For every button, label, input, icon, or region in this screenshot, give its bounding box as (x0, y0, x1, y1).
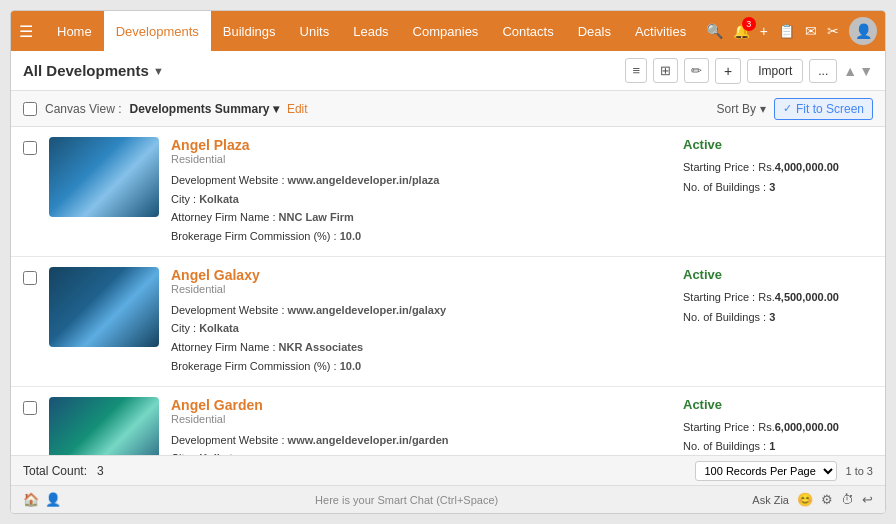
status-badge-angel-galaxy: Active (683, 267, 873, 282)
sub-header-actions: ≡ ⊞ ✏ + Import ... ▲ ▼ (625, 58, 873, 84)
home-bottom-icon[interactable]: 🏠 (23, 492, 39, 507)
add-icon[interactable]: + (760, 23, 768, 39)
undo-bottom-icon[interactable]: ↩ (862, 492, 873, 507)
toolbar-right: Sort By ▾ ✓ Fit to Screen (717, 98, 873, 120)
card-checkbox-angel-plaza (23, 137, 37, 246)
card-content-angel-plaza: Angel Plaza Residential Development Webs… (171, 137, 661, 246)
status-detail-angel-plaza: Starting Price : Rs.4,000,000.00 No. of … (683, 158, 873, 198)
ask-zia-label[interactable]: Ask Zia (752, 494, 789, 506)
cards-area: Angel Plaza Residential Development Webs… (11, 127, 885, 455)
card-image-angel-galaxy (49, 267, 159, 347)
calendar-icon[interactable]: 📋 (778, 23, 795, 39)
page-up-btn[interactable]: ▲ (843, 63, 857, 79)
nav-item-activities[interactable]: Activities (623, 11, 698, 51)
emoji-icon[interactable]: 😊 (797, 492, 813, 507)
card-checkbox-angel-galaxy (23, 267, 37, 376)
page-title: All Developments (23, 62, 149, 79)
card-detail-angel-galaxy: Development Website : www.angeldeveloper… (171, 301, 661, 376)
avatar[interactable]: 👤 (849, 17, 877, 45)
bottom-icons: 🏠 👤 (23, 492, 61, 507)
nav-items: Home Developments Buildings Units Leads … (45, 11, 706, 51)
sort-by-icon: ▾ (760, 102, 766, 116)
card-image-angel-garden (49, 397, 159, 456)
footer-right: 100 Records Per Page 50 Records Per Page… (695, 461, 873, 481)
sort-by-button[interactable]: Sort By ▾ (717, 102, 766, 116)
nav-right: 🔍 🔔 3 + 📋 ✉ ✂ 👤 (706, 17, 877, 45)
menu-icon[interactable]: ☰ (19, 22, 33, 41)
card-content-angel-galaxy: Angel Galaxy Residential Development Web… (171, 267, 661, 376)
notification-badge: 3 (742, 17, 756, 31)
import-button[interactable]: Import (747, 59, 803, 83)
footer: Total Count: 3 100 Records Per Page 50 R… (11, 455, 885, 485)
card-select-angel-garden[interactable] (23, 401, 37, 415)
total-count-value: 3 (97, 464, 104, 478)
canvas-select-button[interactable]: Developments Summary ▾ (129, 102, 278, 116)
pagination-label: 1 to 3 (845, 465, 873, 477)
more-button[interactable]: ... (809, 59, 837, 83)
add-button[interactable]: + (715, 58, 741, 84)
development-card-angel-galaxy: Angel Galaxy Residential Development Web… (11, 257, 885, 387)
status-detail-angel-galaxy: Starting Price : Rs.4,500,000.00 No. of … (683, 288, 873, 328)
card-type-angel-garden: Residential (171, 413, 661, 425)
nav-item-units[interactable]: Units (288, 11, 342, 51)
toolbar: Canvas View : Developments Summary ▾ Edi… (11, 91, 885, 127)
nav-item-leads[interactable]: Leads (341, 11, 400, 51)
development-card-angel-garden: Angel Garden Residential Development Web… (11, 387, 885, 456)
edit-link[interactable]: Edit (287, 102, 308, 116)
bottom-bar: 🏠 👤 Here is your Smart Chat (Ctrl+Space)… (11, 485, 885, 513)
user-bottom-icon[interactable]: 👤 (45, 492, 61, 507)
top-nav: ☰ Home Developments Buildings Units Lead… (11, 11, 885, 51)
card-type-angel-plaza: Residential (171, 153, 661, 165)
total-count-label: Total Count: (23, 464, 87, 478)
records-per-page-select[interactable]: 100 Records Per Page 50 Records Per Page… (695, 461, 837, 481)
status-badge-angel-plaza: Active (683, 137, 873, 152)
fit-check-icon: ✓ (783, 102, 792, 115)
page-down-btn[interactable]: ▼ (859, 63, 873, 79)
card-checkbox-angel-garden (23, 397, 37, 456)
nav-item-developments[interactable]: Developments (104, 11, 211, 51)
status-detail-angel-garden: Starting Price : Rs.6,000,000.00 No. of … (683, 418, 873, 456)
nav-item-companies[interactable]: Companies (401, 11, 491, 51)
nav-item-deals[interactable]: Deals (566, 11, 623, 51)
nav-item-buildings[interactable]: Buildings (211, 11, 288, 51)
card-status-angel-garden: Active Starting Price : Rs.6,000,000.00 … (673, 397, 873, 456)
bottom-right: Ask Zia 😊 ⚙ ⏱ ↩ (752, 492, 873, 507)
card-select-angel-plaza[interactable] (23, 141, 37, 155)
notifications-icon[interactable]: 🔔 3 (733, 23, 750, 39)
select-all-checkbox[interactable] (23, 102, 37, 116)
list-view-btn[interactable]: ≡ (625, 58, 647, 83)
tools-icon[interactable]: ✂ (827, 23, 839, 39)
card-select-angel-galaxy[interactable] (23, 271, 37, 285)
mail-icon[interactable]: ✉ (805, 23, 817, 39)
dropdown-icon[interactable]: ▼ (153, 65, 164, 77)
settings-bottom-icon[interactable]: ⚙ (821, 492, 833, 507)
card-content-angel-garden: Angel Garden Residential Development Web… (171, 397, 661, 456)
card-detail-angel-garden: Development Website : www.angeldeveloper… (171, 431, 661, 456)
nav-item-home[interactable]: Home (45, 11, 104, 51)
sort-by-label: Sort By (717, 102, 756, 116)
fit-screen-button[interactable]: ✓ Fit to Screen (774, 98, 873, 120)
card-name-angel-garden[interactable]: Angel Garden (171, 397, 661, 413)
card-name-angel-galaxy[interactable]: Angel Galaxy (171, 267, 661, 283)
fit-screen-label: Fit to Screen (796, 102, 864, 116)
app-container: ☰ Home Developments Buildings Units Lead… (10, 10, 886, 514)
canvas-view-label: Canvas View : (45, 102, 121, 116)
timer-bottom-icon[interactable]: ⏱ (841, 492, 854, 507)
total-count: Total Count: 3 (23, 464, 104, 478)
development-card-angel-plaza: Angel Plaza Residential Development Webs… (11, 127, 885, 257)
search-icon[interactable]: 🔍 (706, 23, 723, 39)
card-type-angel-galaxy: Residential (171, 283, 661, 295)
sub-header: All Developments ▼ ≡ ⊞ ✏ + Import ... ▲ … (11, 51, 885, 91)
sub-header-title: All Developments ▼ (23, 62, 164, 79)
card-status-angel-galaxy: Active Starting Price : Rs.4,500,000.00 … (673, 267, 873, 376)
column-view-btn[interactable]: ⊞ (653, 58, 678, 83)
page-nav: ▲ ▼ (843, 63, 873, 79)
edit-view-btn[interactable]: ✏ (684, 58, 709, 83)
card-detail-angel-plaza: Development Website : www.angeldeveloper… (171, 171, 661, 246)
card-status-angel-plaza: Active Starting Price : Rs.4,000,000.00 … (673, 137, 873, 246)
card-image-angel-plaza (49, 137, 159, 217)
nav-item-contacts[interactable]: Contacts (490, 11, 565, 51)
smartchat-label[interactable]: Here is your Smart Chat (Ctrl+Space) (69, 494, 744, 506)
status-badge-angel-garden: Active (683, 397, 873, 412)
card-name-angel-plaza[interactable]: Angel Plaza (171, 137, 661, 153)
